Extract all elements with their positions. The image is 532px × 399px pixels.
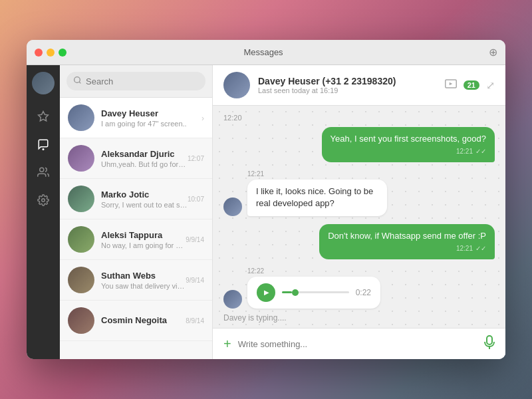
close-button[interactable] — [35, 49, 43, 57]
svg-rect-8 — [487, 336, 492, 344]
title-bar: Messages ⊕ — [27, 40, 505, 65]
user-avatar[interactable] — [32, 72, 55, 94]
contact-name: Marko Jotic — [101, 190, 188, 200]
message-text: Don't know, if Whatsapp send me offer :P — [328, 231, 486, 241]
chat-list: Davey Heuser I am going for 47" screen..… — [60, 65, 213, 359]
search-input[interactable] — [86, 76, 199, 86]
list-item[interactable]: Aleksi Tappura No way, I am going for go… — [60, 219, 212, 260]
chat-meta: 9/9/14 — [186, 277, 204, 284]
title-right-actions: ⊕ — [452, 46, 505, 59]
minimize-button[interactable] — [47, 49, 55, 57]
chat-panel: Davey Heuser (+31 2 23198320) Last seen … — [213, 65, 505, 359]
voice-waveform — [282, 291, 349, 293]
sender-avatar — [223, 198, 242, 216]
message-row: Yeah, I sent you first screenshots, good… — [223, 127, 495, 162]
message-text: I like it, looks nice. Going to be real … — [256, 186, 373, 208]
chat-meta: 8/9/14 — [186, 317, 204, 325]
contact-name: Aleksi Tappura — [101, 230, 186, 240]
chevron-right-icon: › — [201, 114, 204, 123]
window-title: Messages — [74, 47, 452, 57]
input-bar: + — [213, 328, 505, 359]
message-row: Don't know, if Whatsapp send me offer :P… — [223, 224, 495, 259]
compose-icon[interactable]: ⊕ — [489, 46, 497, 59]
message-text: Yeah, I sent you first screenshots, good… — [331, 134, 486, 144]
maximize-button[interactable] — [59, 49, 66, 57]
svg-marker-7 — [450, 82, 453, 86]
svg-point-4 — [74, 77, 80, 83]
chat-meta: 12:07 — [188, 155, 204, 162]
search-icon — [73, 75, 82, 87]
chat-preview: I am going for 47" screen.. — [101, 120, 201, 128]
message-input[interactable] — [238, 339, 477, 349]
voice-dot — [292, 289, 299, 296]
messages-area[interactable]: 12:20 Yeah, I sent you first screenshots… — [213, 106, 505, 311]
search-bar — [60, 65, 212, 98]
chat-meta: 9/9/14 — [186, 236, 204, 243]
list-item[interactable]: Davey Heuser I am going for 47" screen..… — [60, 98, 212, 138]
chat-info: Cosmin Negoita — [101, 315, 186, 327]
svg-point-2 — [40, 168, 44, 172]
media-count-badge: 21 — [464, 80, 479, 90]
voice-message-wrap: 12:22 ▶ 0:22 — [247, 267, 380, 309]
main-window: Messages ⊕ — [27, 40, 505, 359]
list-item[interactable]: Suthan Webs You saw that delivery video?… — [60, 260, 212, 301]
traffic-lights — [27, 49, 74, 57]
message-meta: 12:21 ✓✓ — [331, 147, 486, 156]
contact-name: Aleksandar Djuric — [101, 149, 188, 159]
chat-header-avatar — [223, 72, 250, 98]
message-bubble-wrap: 12:21 I like it, looks nice. Going to be… — [247, 170, 463, 215]
avatar — [68, 267, 94, 293]
play-button[interactable]: ▶ — [257, 283, 275, 302]
chat-time: 8/9/14 — [186, 317, 204, 325]
message-bubble: Yeah, I sent you first screenshots, good… — [322, 127, 495, 162]
sidebar-item-people[interactable] — [32, 161, 55, 184]
chat-header-info: Davey Heuser (+31 2 23198320) Last seen … — [258, 76, 445, 94]
avatar — [68, 186, 94, 212]
chat-header: Davey Heuser (+31 2 23198320) Last seen … — [213, 65, 505, 106]
chat-info: Suthan Webs You saw that delivery video?… — [101, 271, 186, 290]
list-item[interactable]: Cosmin Negoita 8/9/14 — [60, 301, 212, 341]
voice-progress — [282, 291, 292, 293]
contact-name: Davey Heuser — [101, 108, 201, 118]
typing-text: Davey is typing.... — [223, 313, 287, 323]
list-item[interactable]: Aleksandar Djuric Uhm,yeah. But fd go fo… — [60, 138, 212, 179]
microphone-icon[interactable] — [484, 335, 495, 352]
play-icon: ▶ — [264, 289, 269, 296]
voice-time-label: 12:22 — [247, 267, 380, 275]
chat-preview: Uhm,yeah. But fd go for black .. — [101, 160, 188, 168]
chat-time: 10:07 — [188, 196, 204, 203]
voice-duration: 0:22 — [356, 288, 371, 297]
message-bubble: I like it, looks nice. Going to be real … — [247, 180, 387, 215]
voice-bubble: ▶ 0:22 — [247, 277, 380, 309]
message-meta: 12:21 ✓✓ — [328, 244, 486, 253]
sender-avatar — [223, 290, 242, 309]
chat-meta: › — [201, 112, 204, 123]
avatar — [68, 104, 94, 131]
sidebar-item-settings[interactable] — [32, 189, 55, 211]
avatar — [68, 226, 94, 253]
chat-meta: 10:07 — [188, 196, 204, 203]
contact-name: Suthan Webs — [101, 271, 186, 281]
chat-preview: No way, I am going for gold one.. — [101, 241, 186, 249]
svg-marker-0 — [39, 112, 49, 121]
contact-name: Cosmin Negoita — [101, 315, 186, 325]
chat-preview: Sorry, I went out to eat something.. — [101, 201, 188, 209]
message-bubble: Don't know, if Whatsapp send me offer :P… — [319, 224, 495, 259]
message-time: 12:21 — [456, 147, 473, 156]
avatar — [68, 145, 94, 172]
expand-icon[interactable]: ⤢ — [486, 79, 495, 92]
avatar — [68, 307, 94, 334]
time-label: 12:20 — [223, 114, 495, 122]
chat-time: 9/9/14 — [186, 236, 204, 243]
message-time: 12:21 — [456, 244, 473, 253]
chat-time: 12:07 — [188, 155, 204, 162]
sidebar-item-chat[interactable] — [32, 133, 55, 156]
chat-info: Davey Heuser I am going for 47" screen.. — [101, 108, 201, 128]
sidebar-item-star[interactable] — [32, 105, 55, 128]
media-icon[interactable] — [445, 79, 457, 91]
add-attachment-button[interactable]: + — [223, 336, 231, 352]
chat-header-status: Last seen today at 16:19 — [258, 86, 445, 94]
chat-info: Aleksi Tappura No way, I am going for go… — [101, 230, 186, 249]
list-item[interactable]: Marko Jotic Sorry, I went out to eat som… — [60, 179, 212, 219]
chat-time: 9/9/14 — [186, 277, 204, 284]
